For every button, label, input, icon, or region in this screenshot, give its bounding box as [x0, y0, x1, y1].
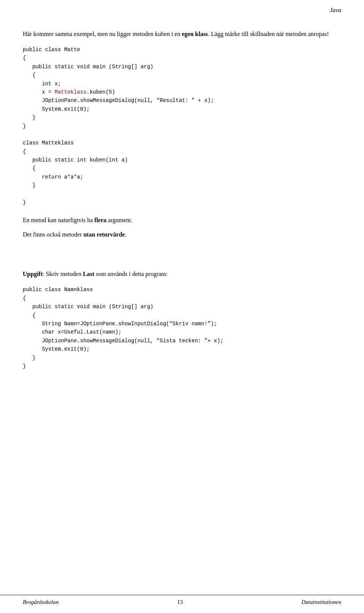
page-header-label: Java — [330, 7, 341, 14]
task-paragraph: Uppgift: Skriv metoden Last som används … — [23, 270, 341, 279]
task-text-mid: : Skriv metoden — [42, 271, 83, 277]
footer-page-number: 13 — [177, 599, 183, 605]
code-block-2: public class Namnklass { public static v… — [23, 285, 341, 370]
intro-text-start: Här kommer samma exempel, men nu ligger … — [23, 31, 182, 37]
footer-left: Brogårdsskolan — [23, 599, 59, 605]
page-container: Java Här kommer samma exempel, men nu li… — [0, 0, 364, 613]
intro-text-suffix: . Lägg märke till skillnaden när metoden… — [208, 31, 329, 37]
prose-paragraph-2: Det finns också metoder utan returvärde. — [23, 230, 341, 239]
prose-paragraph-1: En metod kan naturligtvis ha flera argum… — [23, 216, 341, 225]
code-line: public class Matte { public static void … — [23, 47, 214, 205]
intro-paragraph: Här kommer samma exempel, men nu ligger … — [23, 30, 341, 39]
code-highlight-matteklass: Matteklass — [55, 89, 86, 95]
page-footer: Brogårdsskolan 13 Datainstitutionen — [0, 595, 364, 605]
code-block-1: public class Matte { public static void … — [23, 45, 341, 207]
prose-1-text: En metod kan naturligtvis ha — [23, 217, 94, 223]
prose-1-suffix: argument. — [107, 217, 132, 223]
prose-2-bold: utan returvärde — [83, 231, 125, 238]
task-label: Uppgift — [23, 271, 42, 277]
prose-2-suffix: . — [125, 231, 126, 238]
task-suffix: som används i detta program: — [94, 271, 168, 277]
prose-2-text: Det finns också metoder — [23, 231, 83, 238]
prose-1-bold: flera — [94, 217, 107, 223]
footer-right: Datainstitutionen — [301, 599, 341, 605]
code-block-2-content: public class Namnklass { public static v… — [23, 287, 223, 369]
task-bold: Last — [83, 271, 94, 277]
intro-bold: egen klass — [182, 31, 208, 37]
